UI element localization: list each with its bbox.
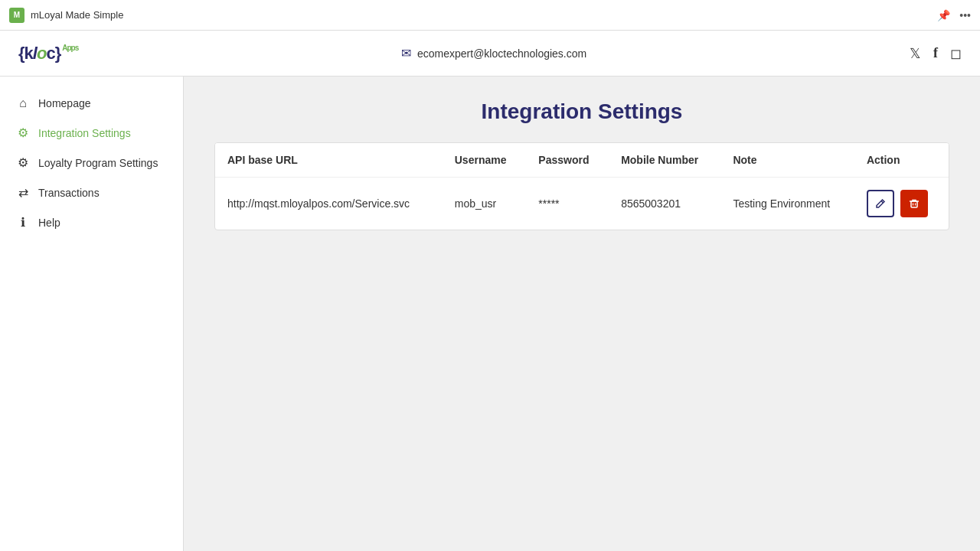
sidebar-item-homepage[interactable]: ⌂ Homepage bbox=[0, 89, 183, 118]
delete-button[interactable] bbox=[900, 190, 928, 217]
email-icon: ✉ bbox=[401, 46, 411, 60]
sidebar-item-integration-settings[interactable]: ⚙ Integration Settings bbox=[0, 118, 183, 148]
gear-icon-loyalty: ⚙ bbox=[15, 155, 31, 170]
header-email: ✉ ecomexpert@kloctechnologies.com bbox=[401, 46, 586, 60]
edit-button[interactable] bbox=[867, 190, 894, 217]
cell-action bbox=[854, 178, 949, 230]
sidebar-label-integration-settings: Integration Settings bbox=[38, 127, 131, 139]
top-bar: M mLoyal Made Simple 📌 ••• bbox=[0, 0, 980, 31]
sidebar: ⌂ Homepage ⚙ Integration Settings ⚙ Loya… bbox=[0, 77, 184, 551]
table-row: http://mqst.mloyalpos.com/Service.svc mo… bbox=[215, 178, 949, 230]
col-mobile-number: Mobile Number bbox=[609, 143, 720, 178]
home-icon: ⌂ bbox=[15, 96, 31, 110]
page-title: Integration Settings bbox=[214, 99, 949, 124]
email-address: ecomexpert@kloctechnologies.com bbox=[417, 47, 586, 60]
instagram-icon[interactable]: ◻ bbox=[950, 45, 962, 62]
edit-icon bbox=[875, 198, 886, 209]
logo-brace: } bbox=[55, 44, 61, 63]
transactions-icon: ⇄ bbox=[15, 185, 31, 200]
sidebar-label-loyalty-program-settings: Loyalty Program Settings bbox=[38, 157, 158, 169]
trash-icon bbox=[909, 198, 920, 209]
sidebar-label-help: Help bbox=[38, 217, 60, 229]
logo-o: o bbox=[37, 44, 46, 63]
header: {kloc}Apps ✉ ecomexpert@kloctechnologies… bbox=[0, 31, 980, 77]
integration-settings-table: API base URL Username Password Mobile Nu… bbox=[215, 143, 949, 230]
main-layout: ⌂ Homepage ⚙ Integration Settings ⚙ Loya… bbox=[0, 77, 980, 551]
facebook-icon[interactable]: f bbox=[933, 45, 938, 61]
col-api-base-url: API base URL bbox=[215, 143, 443, 178]
table-header-row: API base URL Username Password Mobile Nu… bbox=[215, 143, 949, 178]
svg-rect-0 bbox=[911, 201, 917, 207]
help-icon: ℹ bbox=[15, 215, 31, 230]
pin-icon[interactable]: 📌 bbox=[937, 9, 950, 21]
col-action: Action bbox=[854, 143, 949, 178]
twitter-icon[interactable]: 𝕏 bbox=[910, 45, 921, 62]
cell-api-base-url: http://mqst.mloyalpos.com/Service.svc bbox=[215, 178, 443, 230]
integration-settings-table-container: API base URL Username Password Mobile Nu… bbox=[214, 142, 949, 230]
top-bar-right: 📌 ••• bbox=[937, 9, 971, 21]
sidebar-label-homepage: Homepage bbox=[38, 97, 91, 109]
sidebar-item-help[interactable]: ℹ Help bbox=[0, 207, 183, 237]
cell-username: mob_usr bbox=[443, 178, 527, 230]
logo-apps: Apps bbox=[62, 44, 78, 52]
gear-icon-integration: ⚙ bbox=[15, 126, 31, 140]
logo-k2: k bbox=[24, 44, 33, 63]
top-bar-left: M mLoyal Made Simple bbox=[9, 8, 123, 23]
col-username: Username bbox=[443, 143, 527, 178]
logo-k: { bbox=[18, 44, 24, 63]
col-note: Note bbox=[720, 143, 854, 178]
action-buttons bbox=[867, 190, 936, 217]
sidebar-item-loyalty-program-settings[interactable]: ⚙ Loyalty Program Settings bbox=[0, 148, 183, 178]
cell-mobile-number: 8565003201 bbox=[609, 178, 720, 230]
sidebar-item-transactions[interactable]: ⇄ Transactions bbox=[0, 178, 183, 207]
logo: {kloc}Apps bbox=[18, 44, 78, 64]
app-title: mLoyal Made Simple bbox=[31, 9, 123, 21]
sidebar-label-transactions: Transactions bbox=[38, 187, 100, 199]
header-social: 𝕏 f ◻ bbox=[910, 45, 962, 62]
cell-note: Testing Environment bbox=[720, 178, 854, 230]
col-password: Password bbox=[526, 143, 609, 178]
more-icon[interactable]: ••• bbox=[959, 9, 971, 21]
cell-password: ***** bbox=[526, 178, 609, 230]
content-area: Integration Settings API base URL Userna… bbox=[184, 77, 980, 551]
app-icon: M bbox=[9, 8, 24, 23]
logo-c: c bbox=[46, 44, 54, 63]
